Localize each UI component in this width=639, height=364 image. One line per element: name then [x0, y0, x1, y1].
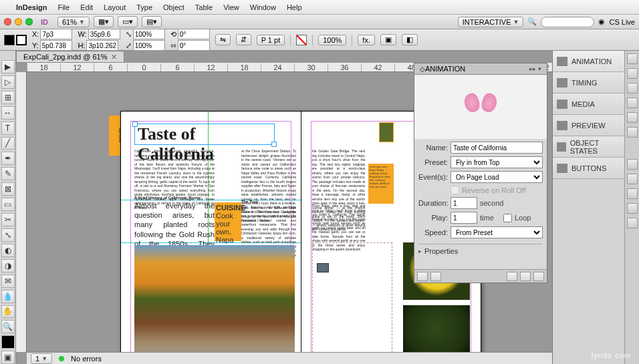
extra-panel-icon-1[interactable]: [627, 159, 638, 170]
animation-preset-dropdown[interactable]: Fly in from Top: [451, 156, 543, 168]
free-transform-tool-icon[interactable]: ⤡: [1, 228, 15, 242]
dock-item-buttons[interactable]: BUTTONS: [553, 158, 624, 179]
note-tool-icon[interactable]: ✉: [1, 275, 15, 288]
menu-object[interactable]: Object: [163, 3, 184, 11]
fill-stroke-toggle-icon[interactable]: [1, 335, 15, 349]
preflight-icon[interactable]: [59, 356, 64, 361]
right-sidebar-box[interactable]: Cook your own. Napa Valley cooking schoo…: [368, 164, 394, 204]
dock-item-object-states[interactable]: OBJECT STATES: [553, 136, 624, 158]
gradient-feather-tool-icon[interactable]: ◑: [1, 259, 15, 272]
minimize-button[interactable]: [15, 18, 22, 25]
close-tab-icon[interactable]: ✕: [111, 53, 117, 61]
corner-options-icon[interactable]: ◧: [402, 34, 418, 45]
show-proxy-icon[interactable]: [430, 272, 441, 281]
selection-tool-icon[interactable]: ▶: [1, 60, 15, 73]
text-wrap-icon[interactable]: ▣: [380, 34, 396, 45]
x-field[interactable]: [40, 29, 72, 39]
properties-disclosure[interactable]: ▸Properties: [418, 244, 543, 258]
hero-photo-frame[interactable]: [134, 245, 295, 352]
flip-h-icon[interactable]: ⇋: [215, 34, 231, 45]
document-tab[interactable]: ExpCali_2pg.indd @ 61% ✕: [16, 51, 124, 63]
menu-view[interactable]: View: [223, 3, 239, 11]
eyedropper-tool-icon[interactable]: 💧: [1, 290, 15, 303]
convert-to-path-icon[interactable]: [507, 272, 517, 281]
gradient-tool-icon[interactable]: ◐: [1, 244, 15, 257]
extra-panel-icon-5[interactable]: [627, 218, 638, 228]
close-button[interactable]: [4, 18, 11, 25]
dock-item-media[interactable]: MEDIA: [553, 94, 624, 115]
show-animation-icon[interactable]: [520, 272, 531, 281]
arrange-docs-icon[interactable]: ▤▾: [142, 16, 162, 27]
shear-field[interactable]: [178, 40, 210, 51]
cslive-label[interactable]: CS Live: [609, 18, 635, 26]
left-page[interactable]: Taste of California California's third a…: [120, 111, 301, 352]
rotate-field[interactable]: [178, 29, 210, 39]
empty-frame[interactable]: [312, 242, 392, 352]
dock-item-animation[interactable]: ANIMATION: [553, 51, 624, 72]
type-tool-icon[interactable]: T: [1, 122, 15, 135]
scissors-tool-icon[interactable]: ✂: [1, 213, 15, 226]
extra-panel-icon-4[interactable]: [627, 203, 638, 214]
menu-window[interactable]: Window: [250, 3, 276, 11]
sidebar-cuisine-box[interactable]: CUISINECook your own. Napa Valley cookin…: [215, 202, 241, 241]
screen-mode-icon[interactable]: ▭▾: [118, 16, 138, 27]
animation-events-dropdown[interactable]: On Page Load: [451, 171, 543, 183]
opacity-field[interactable]: 100%: [318, 35, 346, 45]
scale-y-field[interactable]: [133, 40, 165, 51]
avocado-photo-frame[interactable]: [403, 305, 470, 352]
page-tool-icon[interactable]: ⊞: [1, 91, 15, 104]
zoom-level-dropdown[interactable]: 61% ▼: [57, 17, 90, 27]
dock-item-preview[interactable]: PREVIEW: [553, 115, 624, 136]
menu-table[interactable]: Table: [195, 3, 213, 11]
view-options-icon[interactable]: ▦▾: [94, 16, 114, 27]
zoom-button[interactable]: [25, 18, 33, 25]
swatches-panel-icon[interactable]: [627, 127, 638, 138]
menu-type[interactable]: Type: [136, 3, 152, 11]
stroke-panel-icon[interactable]: [627, 98, 638, 108]
gap-tool-icon[interactable]: ↔: [1, 106, 15, 120]
w-field[interactable]: [88, 29, 120, 39]
view-mode-icon[interactable]: ▣: [1, 351, 15, 364]
olive-photo-frame[interactable]: [379, 122, 394, 142]
extra-panel-icon-3[interactable]: [627, 188, 638, 199]
loop-checkbox[interactable]: [503, 214, 512, 222]
y-field[interactable]: [40, 40, 72, 51]
flip-v-icon[interactable]: ⇵: [236, 34, 251, 45]
workspace-switcher[interactable]: INTERACTIVE ▼: [458, 17, 524, 27]
effects-dropdown[interactable]: fx.: [358, 35, 375, 45]
menu-file[interactable]: File: [57, 3, 70, 11]
pencil-tool-icon[interactable]: ✎: [1, 167, 15, 180]
pages-panel-icon[interactable]: [627, 53, 638, 64]
search-input[interactable]: [541, 17, 594, 27]
extra-panel-icon-2[interactable]: [627, 174, 638, 184]
dock-item-timing[interactable]: TIMING: [553, 72, 624, 94]
h-field[interactable]: [86, 40, 118, 51]
page-navigator[interactable]: 1 ▼: [31, 353, 52, 364]
preflight-status[interactable]: No errors: [71, 355, 102, 363]
hand-tool-icon[interactable]: ✋: [1, 305, 15, 319]
play-field[interactable]: [451, 212, 477, 224]
stroke-weight-field[interactable]: P 1 pt: [257, 35, 285, 45]
vertical-ruler[interactable]: [16, 72, 27, 352]
trash-icon[interactable]: [533, 272, 544, 281]
menu-help[interactable]: Help: [287, 3, 302, 11]
document-canvas[interactable]: ExpCali_2pg.indd @ 61% ✕ 181260612182430…: [16, 51, 552, 364]
menu-layout[interactable]: Layout: [104, 3, 126, 11]
direct-selection-tool-icon[interactable]: ▷: [1, 75, 15, 89]
stroke-swatch[interactable]: [16, 35, 27, 45]
menu-edit[interactable]: Edit: [80, 3, 93, 11]
animation-panel[interactable]: ◇ ANIMATION▸▸ ▾ Name: Preset:Fly in from…: [414, 63, 547, 283]
color-panel-icon[interactable]: [627, 112, 638, 123]
preview-spread-icon[interactable]: [417, 272, 428, 281]
selected-text-frame[interactable]: Taste of California: [134, 124, 275, 145]
rectangle-tool-icon[interactable]: ▭: [1, 198, 15, 211]
speed-dropdown[interactable]: From Preset: [451, 226, 543, 238]
animation-panel-tab[interactable]: ◇ ANIMATION▸▸ ▾: [414, 63, 547, 75]
zoom-tool-icon[interactable]: 🔍: [1, 320, 15, 333]
cslive-icon[interactable]: ◉: [598, 17, 605, 26]
line-tool-icon[interactable]: ╱: [1, 137, 15, 150]
scale-x-field[interactable]: [133, 29, 165, 39]
rectangle-frame-tool-icon[interactable]: ⊠: [1, 182, 15, 196]
app-menu[interactable]: InDesign: [16, 3, 47, 11]
media-placeholder-icon[interactable]: [317, 263, 329, 272]
